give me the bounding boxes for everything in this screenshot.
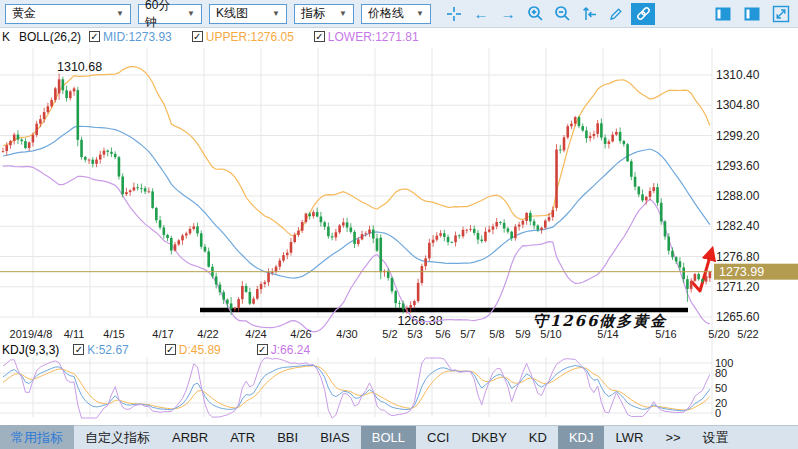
x-axis-label: 2019/4/8 (10, 328, 53, 340)
panel-layout-icon (743, 5, 761, 23)
x-axis-label: 5/6 (435, 328, 450, 340)
x-axis-label: 5/16 (655, 328, 676, 340)
indicator-select-value: 指标 (301, 5, 325, 22)
zoom-out-button[interactable] (550, 3, 574, 25)
x-axis-label: 4/30 (336, 328, 357, 340)
indicator-tabbar: 常用指标 自定义指标 ARBR ATR BBI BIAS BOLL CCI DK… (0, 425, 798, 449)
tab-kdj[interactable]: KDJ (558, 426, 605, 449)
pan-left-button[interactable]: ← (469, 3, 493, 25)
kdj-axis-label: 50 (715, 382, 727, 394)
kdj-j-toggle[interactable]: ✓ J:66.24 (257, 343, 310, 357)
tab-more[interactable]: >> (654, 426, 691, 449)
x-axis-label: 5/7 (460, 328, 475, 340)
y-axis-label: 1293.60 (716, 159, 760, 173)
link-icon (635, 5, 652, 22)
x-axis-label: 4/17 (152, 328, 173, 340)
y-axis-label: 1310.40 (716, 68, 760, 82)
main-chart[interactable]: 1310.681266.38守1266做多黄金1310.401304.80129… (0, 45, 798, 425)
x-axis-label: 5/20 (708, 328, 729, 340)
boll-upper-line (3, 67, 710, 236)
x-axis-label: 5/10 (540, 328, 561, 340)
axis-scale-icon (581, 5, 598, 22)
boll-mid-line (3, 126, 710, 278)
x-axis-label: 4/26 (290, 328, 311, 340)
x-axis-label: 5/22 (737, 328, 758, 340)
tab-lwr[interactable]: LWR (604, 426, 654, 449)
interval-select-value: 60分钟 (145, 0, 179, 31)
chevron-down-icon: ▼ (187, 9, 195, 18)
checkbox-checked-icon[interactable]: ✓ (165, 344, 176, 355)
symbol-select[interactable]: 黄金 ▼ (5, 4, 131, 24)
panel-layout-icon (714, 5, 732, 23)
zoom-in-icon (527, 5, 544, 22)
boll-upper-value: UPPER:1276.05 (206, 30, 294, 44)
boll-lower-line (3, 166, 710, 332)
dual-panel-layout-button[interactable] (740, 3, 764, 25)
tab-dkby[interactable]: DKBY (460, 426, 517, 449)
x-axis-label: 4/24 (245, 328, 266, 340)
y-axis-label: 1304.80 (716, 98, 760, 112)
pencil-icon (608, 6, 624, 22)
fullscreen-button[interactable] (769, 3, 793, 25)
single-panel-layout-button[interactable] (711, 3, 735, 25)
x-axis-label: 5/9 (515, 328, 530, 340)
last-price-value: 1273.99 (719, 265, 764, 279)
tab-kd[interactable]: KD (518, 426, 558, 449)
kdj-k-toggle[interactable]: ✓ K:52.67 (73, 343, 128, 357)
pan-right-button[interactable]: → (496, 3, 520, 25)
tab-cci[interactable]: CCI (416, 426, 460, 449)
y-axis-label: 1271.20 (716, 280, 760, 294)
kdj-k-value: K:52.67 (87, 343, 128, 357)
boll-upper-toggle[interactable]: ✓ UPPER:1276.05 (192, 30, 294, 44)
crosshair-button[interactable] (442, 3, 466, 25)
axes: 1310.401304.801299.201293.601288.001282.… (10, 68, 760, 419)
kdj-indicator-name: KDJ(9,3,3) (2, 343, 59, 357)
tab-bbi[interactable]: BBI (266, 426, 309, 449)
y-axis-label: 1288.00 (716, 189, 760, 203)
checkbox-checked-icon[interactable]: ✓ (314, 31, 325, 42)
checkbox-checked-icon[interactable]: ✓ (257, 344, 268, 355)
fullscreen-expand-icon (772, 5, 790, 23)
x-axis-label: 4/15 (103, 328, 124, 340)
crosshair-icon (446, 6, 462, 22)
tab-atr[interactable]: ATR (219, 426, 266, 449)
zoom-in-button[interactable] (523, 3, 547, 25)
toolbar-right-group (711, 3, 793, 25)
x-axis-label: 5/14 (597, 328, 618, 340)
checkbox-checked-icon[interactable]: ✓ (73, 344, 84, 355)
tab-common-indicators[interactable]: 常用指标 (0, 425, 74, 449)
tab-arbr[interactable]: ARBR (161, 426, 219, 449)
interval-select[interactable]: 60分钟 ▼ (138, 4, 202, 24)
price-line-select[interactable]: 价格线 ▼ (361, 4, 431, 24)
tab-settings[interactable]: 设置 (692, 425, 740, 449)
boll-mid-toggle[interactable]: ✓ MID:1273.93 (89, 30, 172, 44)
y-axis-label: 1276.80 (716, 250, 760, 264)
symbol-select-value: 黄金 (12, 5, 36, 22)
tab-bias[interactable]: BIAS (309, 426, 361, 449)
chart-type-select-value: K线图 (216, 5, 248, 22)
axis-scale-button[interactable] (577, 3, 601, 25)
tab-boll[interactable]: BOLL (361, 426, 416, 449)
x-axis-label: 5/2 (382, 328, 397, 340)
chevron-down-icon: ▼ (272, 9, 280, 18)
grid (0, 48, 712, 417)
checkbox-checked-icon[interactable]: ✓ (89, 31, 100, 42)
checkbox-checked-icon[interactable]: ✓ (192, 31, 203, 42)
link-charts-button[interactable] (631, 3, 655, 25)
y-axis-label: 1265.60 (716, 310, 760, 324)
chart-type-select[interactable]: K线图 ▼ (209, 4, 287, 24)
chart-area: 1310.681266.38守1266做多黄金1310.401304.80129… (0, 45, 798, 425)
boll-lower-value: LOWER:1271.81 (328, 30, 419, 44)
draw-pencil-button[interactable] (604, 3, 628, 25)
x-axis-label: 5/8 (489, 328, 504, 340)
boll-lower-toggle[interactable]: ✓ LOWER:1271.81 (314, 30, 419, 44)
tab-custom-indicators[interactable]: 自定义指标 (74, 425, 161, 449)
indicator-select[interactable]: 指标 ▼ (294, 4, 354, 24)
y-axis-label: 1282.40 (716, 219, 760, 233)
kdj-axis-label: 80 (715, 367, 727, 379)
kdj-axis-label: 0 (715, 407, 721, 419)
kdj-d-toggle[interactable]: ✓ D:45.89 (165, 343, 221, 357)
x-axis-label: 5/3 (407, 328, 422, 340)
chevron-down-icon: ▼ (416, 9, 424, 18)
bollinger-bands (3, 67, 710, 332)
